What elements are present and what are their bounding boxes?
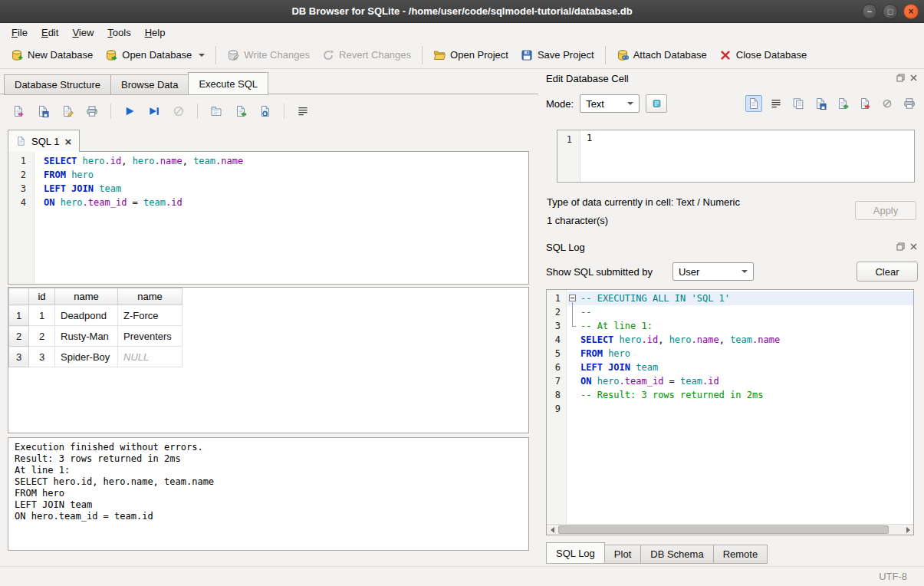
word-wrap-icon[interactable] (295, 104, 311, 119)
main-tab-bar: Database StructureBrowse DataExecute SQL (4, 72, 268, 95)
toolbar-separator (215, 46, 216, 64)
execute-current-line-icon[interactable] (146, 104, 162, 119)
open-database-button[interactable]: Open Database (99, 45, 211, 65)
save-project-button[interactable]: Save Project (515, 45, 600, 65)
row-header[interactable]: 3 (9, 347, 29, 367)
save-sql-as-icon[interactable] (60, 104, 75, 119)
minimize-button[interactable]: − (862, 4, 877, 19)
close-button[interactable]: × (903, 4, 919, 19)
open-project-button[interactable]: Open Project (427, 45, 515, 65)
table-cell[interactable]: 1 (29, 305, 55, 326)
menu-item-view[interactable]: View (65, 25, 100, 41)
tab-database-structure[interactable]: Database Structure (4, 74, 111, 95)
folder-open-icon (433, 49, 446, 61)
import-sql-icon[interactable] (233, 104, 248, 119)
tab-remote[interactable]: Remote (713, 545, 768, 564)
column-header-name[interactable]: name (55, 288, 118, 305)
export-cell-icon[interactable] (857, 95, 873, 112)
sql-editor[interactable]: 1234 SELECT hero.id, hero.name, team.nam… (8, 151, 529, 285)
sql-query-tab[interactable]: SQL 1 × (8, 130, 80, 152)
editor-code[interactable]: SELECT hero.id, hero.name, team.nameFROM… (35, 152, 528, 284)
line-number: 4 (8, 196, 34, 209)
line-number: 3 (547, 319, 566, 333)
results-grid: idnamename 11DeadpondZ-Force22Rusty-ManP… (8, 287, 529, 433)
menu-item-edit[interactable]: Edit (35, 25, 65, 41)
tab-browse-data[interactable]: Browse Data (110, 74, 189, 95)
row-header[interactable]: 1 (9, 305, 29, 326)
table-cell[interactable]: Preventers (118, 326, 182, 347)
log-line-text: SELECT hero.id, hero.name, team.name (577, 333, 913, 347)
table-cell[interactable]: Rusty-Man (55, 326, 118, 347)
db-new-icon (11, 49, 23, 61)
save-sql-file-icon[interactable] (35, 104, 51, 119)
column-header-id[interactable]: id (29, 288, 55, 305)
table-cell[interactable]: 2 (29, 326, 55, 347)
cell-mode-select[interactable]: Text (580, 94, 640, 113)
table-cell[interactable]: Z-Force (118, 305, 182, 326)
sql-tab-label: SQL 1 (31, 136, 59, 147)
cell-char-count: 1 character(s) (547, 215, 608, 226)
fold-marker (567, 333, 577, 347)
cell-editor-content[interactable]: 1 (580, 130, 914, 182)
fold-marker (567, 402, 577, 416)
table-cell[interactable]: 3 (29, 347, 55, 367)
float-log-panel-icon[interactable] (896, 242, 906, 252)
log-line-text (577, 402, 913, 416)
horizontal-scrollbar[interactable] (547, 524, 913, 535)
log-line-text: FROM hero (577, 347, 913, 360)
table-cell[interactable]: Spider-Boy (55, 347, 118, 367)
log-line-text: LEFT JOIN team (577, 360, 913, 374)
tab-db-schema[interactable]: DB Schema (640, 545, 713, 564)
new-database-button[interactable]: New Database (5, 45, 99, 65)
log-line: -- (567, 305, 913, 319)
close-log-panel-icon[interactable] (909, 242, 919, 252)
menu-item-help[interactable]: Help (138, 25, 173, 41)
word-wrap-icon[interactable] (768, 95, 784, 112)
scroll-left-icon[interactable] (547, 525, 557, 535)
cell-mode-settings-button[interactable] (646, 94, 667, 113)
close-tab-icon[interactable]: × (64, 136, 71, 147)
menu-item-file[interactable]: File (5, 25, 35, 41)
print-icon[interactable] (84, 104, 100, 119)
menu-item-tools[interactable]: Tools (100, 25, 137, 41)
column-header-name[interactable]: name (118, 288, 182, 305)
close-database-button[interactable]: Close Database (713, 45, 814, 65)
import-cell-icon[interactable] (834, 95, 851, 112)
cell-editor[interactable]: 1 1 (557, 130, 915, 183)
tab-plot[interactable]: Plot (604, 545, 641, 564)
open-query-tab-icon[interactable] (209, 104, 224, 119)
toolbar-button-label: Revert Changes (339, 49, 411, 61)
copy-cell-icon[interactable] (790, 95, 807, 112)
log-gutter: 123456789 (547, 290, 567, 524)
toolbar-separator (110, 104, 111, 119)
attach-database-button[interactable]: Attach Database (610, 45, 713, 65)
db-open-icon (105, 49, 117, 61)
set-null-icon[interactable] (879, 95, 896, 112)
floppy-icon (521, 49, 533, 61)
close-panel-icon[interactable] (909, 73, 919, 83)
log-filter-select[interactable]: User (672, 262, 754, 281)
save-cell-icon[interactable] (812, 95, 829, 112)
fold-marker (567, 388, 577, 402)
float-panel-icon[interactable] (896, 73, 906, 83)
tab-execute-sql[interactable]: Execute SQL (188, 72, 268, 95)
print-cell-icon[interactable] (901, 95, 918, 112)
text-view-icon[interactable] (745, 95, 762, 112)
table-cell[interactable]: NULL (118, 347, 182, 367)
tab-sql-log[interactable]: SQL Log (546, 542, 605, 564)
scroll-right-icon[interactable] (903, 525, 913, 535)
scrollbar-thumb[interactable] (558, 525, 889, 534)
open-sql-file-icon[interactable] (11, 104, 26, 119)
fold-marker[interactable] (567, 291, 577, 305)
maximize-button[interactable]: □ (883, 4, 898, 19)
toolbar-separator (284, 104, 284, 119)
title-bar[interactable]: DB Browser for SQLite - /home/user/code/… (0, 0, 924, 23)
cell-line-number: 1 (557, 133, 580, 146)
table-cell[interactable]: Deadpond (55, 305, 118, 326)
clear-log-button[interactable]: Clear (857, 262, 918, 281)
execute-all-icon[interactable] (122, 104, 137, 119)
dropdown-caret-icon (742, 270, 748, 273)
app-window: DB Browser for SQLite - /home/user/code/… (0, 0, 924, 586)
format-sql-icon[interactable] (258, 104, 273, 119)
row-header[interactable]: 2 (9, 326, 29, 347)
